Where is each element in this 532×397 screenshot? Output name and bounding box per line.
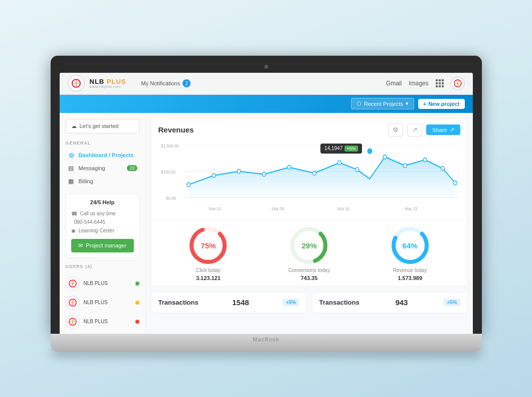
svg-point-29: [287, 165, 291, 169]
svg-text:$1,500.00: $1,500.00: [161, 143, 179, 149]
learning-label: Learning Center: [79, 228, 115, 233]
messaging-label: Messaging: [79, 165, 105, 171]
new-project-button[interactable]: + New project: [418, 99, 465, 109]
svg-point-26: [212, 173, 215, 177]
svg-text:Mar 02: Mar 02: [209, 206, 221, 211]
transactions-value-2: 943: [395, 298, 408, 307]
svg-point-28: [262, 172, 266, 176]
revenues-chart-area: 14,1947 +5% $1,500.00: [151, 140, 467, 220]
revenues-title: Revenues: [158, 125, 194, 134]
new-project-label: New project: [428, 101, 459, 107]
blue-toolbar: ⬡ Recent Projects ▾ + New project: [60, 95, 473, 113]
svg-point-34: [383, 155, 386, 159]
svg-point-35: [403, 163, 407, 167]
laptop-screen: NLB PLUS www.nlbplus.com My Notification…: [60, 73, 473, 334]
notifications-badge: 2: [183, 79, 191, 87]
images-link[interactable]: Images: [409, 80, 428, 87]
export-button[interactable]: ↗: [407, 123, 422, 137]
svg-point-37: [441, 166, 444, 170]
cloud-icon: ☁: [71, 123, 77, 129]
laptop-bottom: [51, 345, 482, 352]
dashboard: Revenues ⚙ ↗ Share ↗: [146, 113, 473, 334]
users-list: NLB PLUS NLB PLUS: [66, 274, 139, 331]
logo-icon: [68, 75, 85, 92]
sidebar-item-billing[interactable]: ▦ Billing: [66, 175, 139, 188]
user-avatar[interactable]: [451, 76, 465, 90]
conversions-donut: 29%: [289, 225, 329, 266]
chart-tooltip: 14,1947 +5%: [320, 144, 362, 154]
share-icon: ↗: [450, 126, 454, 133]
messaging-icon: ▤: [68, 165, 75, 172]
stats-row: 75% Click today 3.123.121: [151, 220, 467, 286]
sidebar-item-dashboard[interactable]: ◎ Dashboard / Projects: [66, 149, 139, 162]
transactions-title-2: Transactions: [319, 299, 360, 306]
laptop-base: [51, 334, 482, 345]
stat-conversions-today: 29% Conversions today 743.35: [288, 225, 330, 281]
revenue-chart-svg: $1,500.00 $750.00 $0.00 Mar 02 Mar 09 Ma…: [158, 140, 460, 215]
transactions-card-1: Transactions 1548 +5%: [151, 292, 307, 313]
svg-point-36: [423, 158, 427, 162]
recent-projects-button[interactable]: ⬡ Recent Projects ▾: [351, 98, 414, 109]
revenues-card: Revenues ⚙ ↗ Share ↗: [151, 118, 468, 287]
gmail-link[interactable]: Gmail: [386, 80, 402, 87]
main-content: ☁ Let's get started GENERAL ◎ Dashboard …: [60, 113, 473, 334]
phone-number: 080-544-6445: [74, 219, 105, 225]
notifications-label: My Notifications: [141, 80, 181, 86]
get-started-label: Let's get started: [80, 123, 119, 129]
help-learning[interactable]: ◉ Learning Center: [71, 226, 134, 235]
svg-text:Mar 09: Mar 09: [271, 206, 284, 211]
learning-icon: ◉: [71, 228, 76, 233]
app-chrome: NLB PLUS www.nlbplus.com My Notification…: [60, 73, 473, 334]
tooltip-value: 14,1947: [324, 146, 342, 151]
help-phone: ☎ Call us any time: [71, 209, 134, 218]
revenue-value: 1.573.989: [398, 275, 422, 281]
sidebar: ☁ Let's get started GENERAL ◎ Dashboard …: [60, 113, 146, 334]
folder-icon: ⬡: [357, 100, 362, 107]
svg-point-30: [312, 171, 316, 175]
plus-icon: +: [423, 101, 426, 107]
notifications-button[interactable]: My Notifications 2: [141, 79, 191, 87]
chevron-down-icon: ▾: [406, 100, 409, 107]
conversions-percent: 29%: [301, 241, 316, 249]
dashboard-icon: ◎: [68, 152, 75, 159]
user-status-2: [135, 301, 139, 305]
conversions-value: 743.35: [301, 275, 318, 281]
sidebar-item-messaging[interactable]: ▤ Messaging 23: [66, 162, 139, 175]
chrome-left: NLB PLUS www.nlbplus.com My Notification…: [68, 75, 191, 92]
help-phone-number: 080-544-6445: [71, 218, 134, 226]
svg-text:$0.00: $0.00: [166, 195, 176, 201]
click-label: Click today: [196, 268, 221, 273]
messaging-badge: 23: [127, 165, 137, 171]
transactions-card-2: Transactions 943 +5%: [312, 292, 468, 313]
svg-text:$750.00: $750.00: [161, 169, 175, 175]
click-donut: 75%: [188, 225, 228, 266]
svg-point-38: [453, 181, 457, 185]
transactions-row: Transactions 1548 +5% Transactions 943 +…: [151, 292, 468, 313]
card-actions: ⚙ ↗ Share ↗: [388, 123, 460, 137]
svg-text:Mar 16: Mar 16: [337, 206, 349, 211]
svg-point-27: [237, 169, 241, 173]
tooltip-badge: +5%: [344, 146, 358, 152]
user-avatar-2: [66, 296, 80, 310]
help-box: 24/5 Help ☎ Call us any time 080-544-644…: [66, 194, 139, 258]
apps-grid-icon[interactable]: [436, 79, 444, 87]
billing-icon: ▦: [68, 178, 75, 185]
user-avatar-3: [66, 315, 80, 329]
user-item-1: NLB PLUS: [66, 274, 139, 293]
chrome-right: Gmail Images: [386, 76, 465, 90]
mail-icon: ✉: [78, 242, 83, 249]
transactions-title-1: Transactions: [158, 299, 199, 306]
project-manager-button[interactable]: ✉ Project manager: [71, 239, 134, 252]
stat-click-today: 75% Click today 3.123.121: [188, 225, 228, 281]
settings-button[interactable]: ⚙: [388, 123, 403, 137]
laptop-camera: [264, 65, 268, 69]
revenue-label: Revenue today: [393, 268, 427, 273]
share-button[interactable]: Share ↗: [426, 124, 460, 135]
svg-point-31: [337, 161, 341, 165]
svg-point-32: [355, 167, 359, 171]
transactions-badge-2: +5%: [444, 299, 460, 306]
user-status-3: [135, 320, 139, 324]
revenue-donut: 64%: [390, 225, 430, 266]
phone-icon: ☎: [71, 211, 77, 216]
get-started-button[interactable]: ☁ Let's get started: [66, 119, 139, 134]
